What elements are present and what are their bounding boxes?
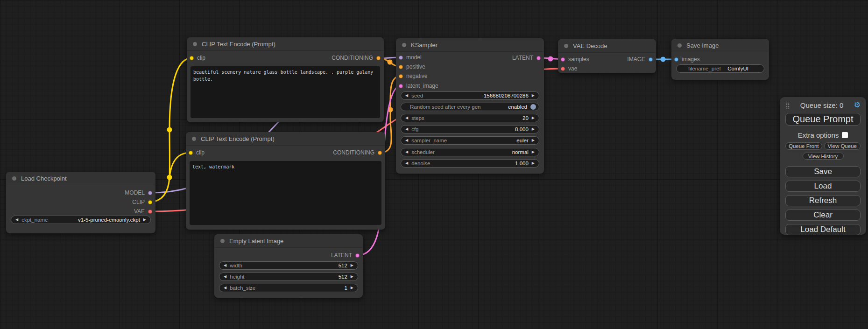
input-dot-positive[interactable] [399,65,403,69]
increment-arrow-icon[interactable]: ▶ [532,116,535,120]
node-save-image[interactable]: Save Imageimagesfilename_prefixComfyUI [671,39,769,80]
decrement-arrow-icon[interactable]: ◀ [224,275,226,279]
output-port-IMAGE[interactable]: IMAGE [627,56,653,63]
input-dot-clip[interactable] [190,56,194,60]
node-header-save-image[interactable]: Save Image [671,39,769,52]
wire-junction-dot[interactable] [388,60,393,65]
increment-arrow-icon[interactable]: ▶ [532,127,535,131]
widget-denoise[interactable]: ◀denoise1.000▶ [401,159,539,168]
widget-cfg[interactable]: ◀cfg8.000▶ [401,125,539,133]
decrement-arrow-icon[interactable]: ◀ [224,286,226,290]
output-dot-IMAGE[interactable] [649,57,653,62]
output-port-CLIP[interactable]: CLIP [132,198,152,206]
graph-canvas[interactable]: { "colors": { "MODEL": "#b39ddb", "CLIP"… [0,0,868,329]
output-dot-LATENT[interactable] [536,56,541,60]
increment-arrow-icon[interactable]: ▶ [351,275,353,279]
view-queue-button[interactable]: View Queue [824,142,861,150]
input-dot-latent_image[interactable] [399,84,403,88]
output-port-CONDITIONING[interactable]: CONDITIONING [332,54,381,62]
decrement-arrow-icon[interactable]: ◀ [224,264,226,267]
output-port-LATENT[interactable]: LATENT [331,252,360,259]
increment-arrow-icon[interactable]: ▶ [532,94,535,98]
wire-junction-dot[interactable] [548,56,553,62]
wire-junction-dot[interactable] [388,107,393,112]
decrement-arrow-icon[interactable]: ◀ [405,139,408,142]
prompt-textarea[interactable]: text, watermark [190,161,381,225]
input-port-latent_image[interactable]: latent_image [399,82,438,90]
input-port-clip[interactable]: clip [189,149,205,156]
output-dot-CONDITIONING[interactable] [376,56,381,60]
input-dot-images[interactable] [674,57,678,62]
node-header-empty-latent-image[interactable]: Empty Latent Image [214,234,363,248]
input-port-images[interactable]: images [674,56,700,63]
prompt-textarea[interactable]: beautiful scenery nature glass bottle la… [191,66,380,118]
input-dot-clip[interactable] [189,151,193,155]
output-dot-CONDITIONING[interactable] [378,151,382,155]
input-dot-model[interactable] [399,56,403,60]
node-header-ksampler[interactable]: KSampler [396,38,544,52]
decrement-arrow-icon[interactable]: ◀ [405,94,408,98]
output-port-VAE[interactable]: VAE [134,208,152,215]
extra-options-checkbox[interactable] [842,132,848,138]
increment-arrow-icon[interactable]: ▶ [143,218,146,222]
input-port-samples[interactable]: samples [561,56,589,63]
increment-arrow-icon[interactable]: ▶ [532,139,535,142]
widget-seed[interactable]: ◀seed156680208700286▶ [401,91,539,100]
node-header-vae-decode[interactable]: VAE Decode [558,39,656,53]
refresh-button[interactable]: Refresh [785,195,861,206]
decrement-arrow-icon[interactable]: ◀ [405,127,408,131]
queue-prompt-button[interactable]: Queue Prompt [785,113,861,126]
widget-random-seed-after-every-gen[interactable]: Random seed after every genenabled [401,103,539,111]
queue-front-button[interactable]: Queue Front [785,142,822,150]
input-dot-samples[interactable] [561,57,565,62]
increment-arrow-icon[interactable]: ▶ [532,161,535,165]
node-header-clip-text-encode-positive[interactable]: CLIP Text Encode (Prompt) [187,37,384,51]
decrement-arrow-icon[interactable]: ◀ [405,161,408,165]
wire-junction-dot[interactable] [167,127,172,133]
wire-junction-dot[interactable] [661,57,666,62]
widget-scheduler[interactable]: ◀schedulernormal▶ [401,148,539,156]
node-clip-text-encode-negative[interactable]: CLIP Text Encode (Prompt)clipCONDITIONIN… [186,132,385,230]
widget-ckpt_name[interactable]: ◀ckpt_namev1-5-pruned-emaonly.ckpt▶ [11,216,151,224]
drag-handle-icon[interactable]: ⣿ [785,102,790,109]
output-port-CONDITIONING[interactable]: CONDITIONING [333,149,382,156]
input-dot-vae[interactable] [561,67,565,71]
input-port-clip[interactable]: clip [190,54,205,62]
input-port-model[interactable]: model [399,54,422,61]
output-port-MODEL[interactable]: MODEL [125,189,152,196]
decrement-arrow-icon[interactable]: ◀ [15,218,18,222]
save-button[interactable]: Save [785,166,861,177]
widget-steps[interactable]: ◀steps20▶ [401,114,539,122]
input-port-vae[interactable]: vae [561,65,577,72]
decrement-arrow-icon[interactable]: ◀ [405,150,408,154]
node-empty-latent-image[interactable]: Empty Latent ImageLATENT◀width512▶◀heigh… [214,234,363,298]
load-default-button[interactable]: Load Default [785,224,861,235]
widget-height[interactable]: ◀height512▶ [219,273,358,281]
view-history-button[interactable]: View History [803,153,844,160]
decrement-arrow-icon[interactable]: ◀ [405,116,408,120]
wire-junction-dot[interactable] [167,175,172,180]
gear-icon[interactable]: ⚙ [854,101,861,109]
node-load-checkpoint[interactable]: Load CheckpointMODELCLIPVAE◀ckpt_namev1-… [6,172,155,233]
increment-arrow-icon[interactable]: ▶ [351,286,353,290]
output-dot-VAE[interactable] [148,210,152,214]
node-header-load-checkpoint[interactable]: Load Checkpoint [6,172,155,185]
node-clip-text-encode-positive[interactable]: CLIP Text Encode (Prompt)clipCONDITIONIN… [187,37,384,122]
node-ksampler[interactable]: KSamplermodelpositivenegativelatent_imag… [396,38,544,174]
load-button[interactable]: Load [785,181,861,192]
input-dot-negative[interactable] [399,74,403,78]
input-port-positive[interactable]: positive [399,63,425,70]
increment-arrow-icon[interactable]: ▶ [532,150,535,154]
clear-button[interactable]: Clear [785,210,861,221]
input-port-negative[interactable]: negative [399,72,427,80]
output-port-LATENT[interactable]: LATENT [512,54,541,62]
widget-filename_prefix[interactable]: filename_prefixComfyUI [676,64,764,73]
toggle-dot[interactable] [530,104,536,110]
node-header-clip-text-encode-negative[interactable]: CLIP Text Encode (Prompt) [186,132,385,146]
increment-arrow-icon[interactable]: ▶ [351,264,353,267]
output-dot-MODEL[interactable] [148,191,152,195]
node-vae-decode[interactable]: VAE DecodesamplesvaeIMAGE [558,39,656,73]
output-dot-LATENT[interactable] [355,253,360,258]
widget-batch_size[interactable]: ◀batch_size1▶ [219,284,358,292]
output-dot-CLIP[interactable] [148,200,152,204]
